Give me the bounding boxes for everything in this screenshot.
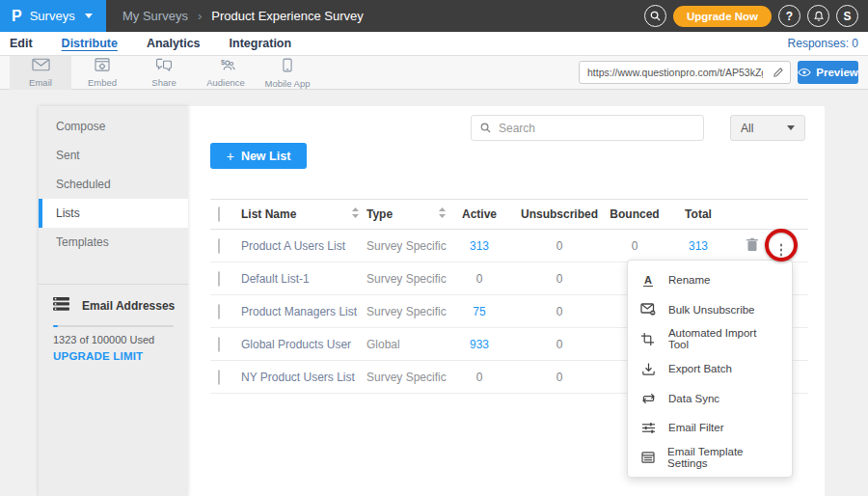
- list-name-link[interactable]: Default List-1: [241, 272, 310, 286]
- data-sync-icon: [640, 392, 656, 405]
- menu-item-automated-import-tool[interactable]: Automated Import Tool: [628, 324, 792, 354]
- filter-selected-value: All: [741, 122, 753, 135]
- table-header: List Name Type Active Unsubscribed Bounc…: [210, 199, 808, 230]
- search-box: [471, 115, 704, 141]
- list-type: Survey Specific: [366, 239, 447, 253]
- header-list-name[interactable]: List Name: [241, 207, 296, 221]
- embed-icon: [95, 58, 110, 75]
- survey-url-input[interactable]: [580, 67, 767, 78]
- chevron-down-icon: [787, 125, 795, 130]
- preview-button[interactable]: Preview: [798, 61, 858, 84]
- sidebar-item-scheduled[interactable]: Scheduled: [39, 170, 188, 199]
- row-checkbox[interactable]: [218, 271, 220, 287]
- channel-tab-mobile-app[interactable]: Mobile App: [257, 56, 318, 90]
- list-name-link[interactable]: Product A Users List: [241, 239, 345, 253]
- unsubscribed-count: 0: [517, 239, 602, 253]
- top-bar: P Surveys My Surveys › Product Experienc…: [0, 0, 868, 32]
- search-input[interactable]: [491, 122, 703, 135]
- list-name-link[interactable]: Product Managers List: [241, 305, 357, 318]
- sidebar-item-lists[interactable]: Lists: [39, 199, 188, 228]
- tab-analytics[interactable]: Analytics: [147, 37, 201, 50]
- channel-tabs: Email Embed Share $ Audience: [10, 56, 318, 90]
- email-addresses-header: Email Addresses: [53, 297, 175, 315]
- menu-item-email-filter[interactable]: Email Filter: [628, 413, 792, 443]
- menu-item-data-sync[interactable]: Data Sync: [628, 383, 792, 413]
- distribute-toolbar: Email Embed Share $ Audience: [0, 56, 868, 90]
- more-actions-button[interactable]: [773, 235, 789, 256]
- audience-icon: $: [217, 58, 235, 75]
- sidebar-item-compose[interactable]: Compose: [39, 112, 188, 141]
- page-title: Product Experience Survey: [211, 9, 364, 23]
- help-icon[interactable]: ?: [778, 5, 800, 27]
- tab-edit[interactable]: Edit: [10, 37, 33, 50]
- row-checkbox[interactable]: [218, 370, 220, 385]
- responses-count[interactable]: Responses: 0: [788, 37, 858, 50]
- breadcrumb-separator: ›: [198, 9, 202, 23]
- sidebar-item-sent[interactable]: Sent: [39, 141, 188, 170]
- row-checkbox[interactable]: [218, 304, 220, 319]
- menu-item-rename[interactable]: A Rename: [628, 265, 792, 295]
- email-list-icon: [53, 297, 69, 315]
- email-addresses-title: Email Addresses: [82, 299, 175, 313]
- active-count[interactable]: 313: [446, 239, 513, 253]
- active-count[interactable]: 75: [446, 305, 513, 318]
- sidebar-divider: [39, 284, 188, 285]
- rename-icon: A: [640, 274, 656, 287]
- tab-distribute[interactable]: Distribute: [62, 37, 118, 50]
- menu-item-bulk-unsubscribe[interactable]: Bulk Unsubscribe: [628, 295, 792, 325]
- select-all-checkbox[interactable]: [218, 207, 220, 222]
- delete-list-icon[interactable]: [746, 237, 766, 254]
- active-count[interactable]: 0: [446, 371, 513, 384]
- sort-icon[interactable]: [439, 207, 446, 221]
- email-usage-progress: [53, 325, 174, 327]
- breadcrumb-my-surveys[interactable]: My Surveys: [122, 9, 188, 23]
- channel-tab-audience[interactable]: $ Audience: [195, 56, 257, 90]
- list-actions-menu: A Rename Bulk Unsubscribe Automated Impo…: [627, 260, 793, 478]
- product-switcher[interactable]: P Surveys: [0, 0, 106, 32]
- header-unsubscribed: Unsubscribed: [517, 207, 602, 221]
- edit-url-icon[interactable]: [767, 62, 790, 83]
- list-type: Survey Specific: [366, 272, 447, 286]
- sort-icon[interactable]: [352, 207, 359, 221]
- svg-text:$: $: [220, 58, 225, 67]
- active-count[interactable]: 933: [446, 338, 513, 351]
- row-checkbox[interactable]: [218, 238, 220, 254]
- product-switcher-label: Surveys: [30, 9, 75, 23]
- upgrade-limit-link[interactable]: UPGRADE LIMIT: [53, 350, 143, 362]
- eye-icon: [798, 68, 811, 77]
- unsubscribed-count: 0: [517, 272, 602, 286]
- avatar[interactable]: S: [836, 5, 858, 27]
- row-checkbox[interactable]: [218, 337, 220, 352]
- menu-item-email-template-settings[interactable]: Email Template Settings: [628, 443, 792, 473]
- header-type[interactable]: Type: [366, 207, 393, 221]
- automated-import-icon: [640, 332, 656, 346]
- plus-icon: +: [227, 149, 234, 164]
- menu-item-export-batch[interactable]: Export Batch: [628, 354, 792, 384]
- bulk-unsubscribe-icon: [640, 303, 656, 316]
- top-bar-actions: Upgrade Now ? S: [644, 5, 868, 27]
- sidebar-menu: Compose Sent Scheduled Lists Templates: [39, 112, 188, 257]
- list-name-link[interactable]: Global Products User: [241, 338, 351, 351]
- channel-tab-embed[interactable]: Embed: [71, 56, 133, 90]
- list-name-link[interactable]: NY Product Users List: [241, 371, 355, 384]
- export-batch-icon: [640, 362, 656, 376]
- tab-integration[interactable]: Integration: [230, 37, 292, 50]
- list-type: Survey Specific: [366, 305, 447, 318]
- email-icon: [32, 58, 50, 75]
- table-row: Product A Users List Survey Specific 313…: [210, 230, 808, 262]
- list-filter-dropdown[interactable]: All: [730, 115, 805, 141]
- new-list-button[interactable]: + New List: [210, 143, 307, 169]
- list-type: Survey Specific: [366, 371, 447, 384]
- unsubscribed-count: 0: [517, 305, 602, 318]
- active-count[interactable]: 0: [446, 272, 513, 286]
- channel-tab-share[interactable]: Share: [133, 56, 195, 90]
- sidebar-item-templates[interactable]: Templates: [39, 228, 188, 257]
- email-usage-text: 1323 of 100000 Used: [53, 334, 154, 345]
- search-icon[interactable]: [644, 5, 666, 27]
- channel-tab-email[interactable]: Email: [10, 56, 71, 90]
- upgrade-now-button[interactable]: Upgrade Now: [673, 6, 772, 27]
- unsubscribed-count: 0: [517, 371, 602, 384]
- bell-icon[interactable]: [807, 5, 829, 27]
- total-count: 313: [658, 239, 739, 253]
- survey-nav: Edit Distribute Analytics Integration Re…: [0, 32, 868, 56]
